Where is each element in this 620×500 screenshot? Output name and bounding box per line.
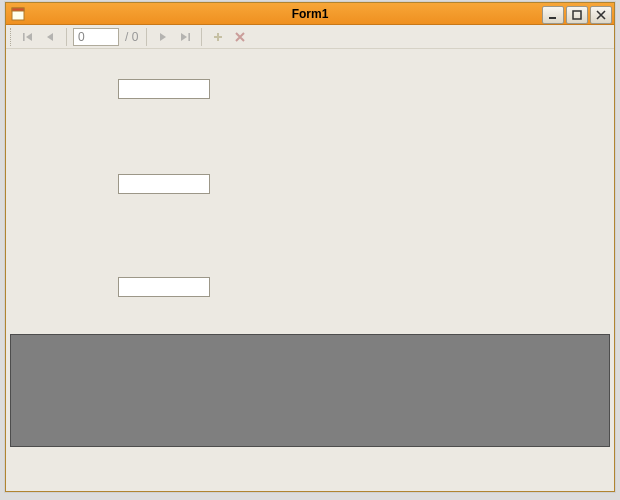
move-previous-button[interactable] [40,27,60,47]
add-new-button[interactable] [208,27,228,47]
close-button[interactable] [590,6,612,24]
svg-rect-5 [189,33,191,41]
svg-rect-3 [573,11,581,19]
toolbar-grip [10,28,14,46]
minimize-button[interactable] [542,6,564,24]
move-next-icon [157,31,169,43]
count-label: / 0 [121,30,140,44]
window-controls [542,4,614,24]
binding-navigator: / 0 [6,25,614,49]
svg-rect-1 [12,8,24,11]
textbox-2[interactable] [118,174,210,194]
datagridview[interactable] [10,334,610,447]
delete-button[interactable] [230,27,250,47]
position-input[interactable] [73,28,119,46]
move-first-button[interactable] [18,27,38,47]
move-last-button[interactable] [175,27,195,47]
delete-icon [234,31,246,43]
maximize-button[interactable] [566,6,588,24]
svg-rect-2 [549,17,556,19]
titlebar[interactable]: Form1 [6,3,614,25]
move-next-button[interactable] [153,27,173,47]
move-first-icon [22,31,34,43]
app-icon [10,6,26,22]
move-last-icon [179,31,191,43]
toolbar-separator [201,28,202,46]
move-previous-icon [44,31,56,43]
form-window: Form1 [5,2,615,492]
svg-rect-4 [23,33,25,41]
textbox-3[interactable] [118,277,210,297]
window-title: Form1 [6,7,614,21]
toolbar-separator [146,28,147,46]
toolbar-separator [66,28,67,46]
textbox-1[interactable] [118,79,210,99]
client-area [6,49,614,491]
plus-icon [212,31,224,43]
